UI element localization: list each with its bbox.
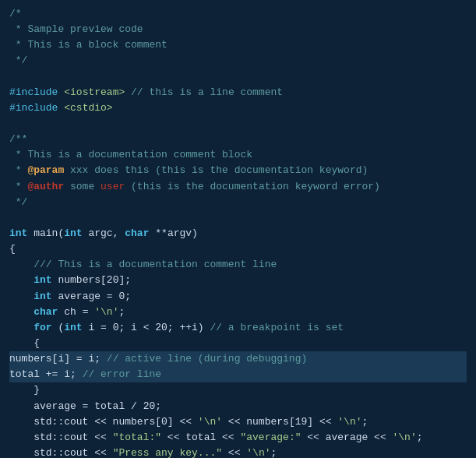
line-5 [9, 69, 467, 85]
line-20: char ch = '\n'; [9, 305, 467, 320]
line-29: std::cout << "Press any key..." << '\n'; [9, 446, 467, 458]
line-28: std::cout << "total:" << total << "avera… [9, 430, 467, 446]
code-editor: /* * Sample preview code * This is a blo… [0, 0, 476, 458]
line-27: std::cout << numbers[0] << '\n' << numbe… [9, 414, 467, 430]
line-16: { [9, 241, 467, 257]
line-1: /* [9, 6, 467, 22]
line-10: * This is a documentation comment block [9, 147, 467, 163]
line-8 [9, 116, 467, 132]
line-12: * @authr some user (this is the document… [9, 179, 467, 195]
line-14 [9, 210, 467, 226]
line-7: #include <cstdio> [9, 100, 467, 116]
line-18: int numbers[20]; [9, 273, 467, 288]
line-3: * This is a block comment [9, 37, 467, 53]
line-22: { [9, 336, 467, 351]
line-6: #include <iostream> // this is a line co… [9, 85, 467, 100]
line-15: int main(int argc, char **argv) [9, 226, 467, 241]
line-24: total += i; // error line [9, 367, 467, 382]
line-23: numbers[i] = i; // active line (during d… [9, 351, 467, 367]
line-25: } [9, 382, 467, 398]
line-26: average = total / 20; [9, 399, 467, 414]
line-4: */ [9, 53, 467, 69]
line-11: * @param xxx does this (this is the docu… [9, 163, 467, 178]
line-21: for (int i = 0; i < 20; ++i) // a breakp… [9, 320, 467, 336]
line-9: /** [9, 132, 467, 147]
line-19: int average = 0; [9, 289, 467, 305]
line-13: */ [9, 195, 467, 210]
line-17: /// This is a documentation comment line [9, 257, 467, 273]
line-2: * Sample preview code [9, 22, 467, 37]
